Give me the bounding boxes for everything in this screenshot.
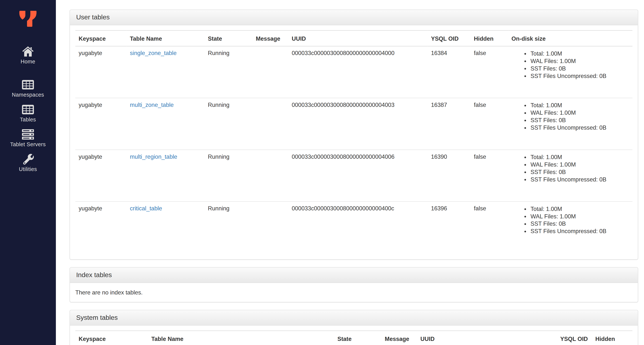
message-cell (252, 150, 288, 202)
hidden-cell: false (470, 150, 508, 202)
table-name-link[interactable]: single_zone_table (130, 50, 177, 57)
uuid-cell: 000033c0000030008000000000004006 (288, 150, 428, 202)
column-header-keyspace: Keyspace (75, 331, 148, 345)
table-row: yugabyte single_zone_table Running 00003… (75, 46, 632, 98)
hidden-cell: false (470, 46, 508, 98)
sidebar: Home Namespaces (0, 0, 56, 345)
message-cell (252, 202, 288, 253)
user-tables-table: Keyspace Table Name State Message UUID Y… (75, 30, 632, 253)
disk-size-cell: Total: 1.00M WAL Files: 1.00M SST Files:… (508, 98, 632, 150)
column-header-table-name: Table Name (126, 31, 204, 46)
table-name-link[interactable]: multi_zone_table (130, 102, 174, 108)
sidebar-item-tables[interactable]: Tables (0, 104, 56, 123)
disk-size-list: Total: 1.00M WAL Files: 1.00M SST Files:… (512, 205, 629, 235)
tablet-servers-icon (22, 129, 34, 140)
yugabyte-logo-icon (19, 11, 37, 27)
ysql-oid-cell: 16390 (428, 150, 470, 202)
state-cell: Running (204, 98, 252, 150)
disk-size-item: Total: 1.00M (530, 205, 629, 212)
column-header-keyspace: Keyspace (75, 31, 126, 46)
uuid-cell: 000033c0000030008000000000004000 (288, 46, 428, 98)
column-header-hidden: Hidden (470, 31, 508, 46)
column-header-message: Message (382, 331, 417, 345)
message-cell (252, 46, 288, 98)
disk-size-item: SST Files Uncompressed: 0B (530, 72, 629, 80)
home-icon (22, 46, 34, 57)
user-tables-panel-body: Keyspace Table Name State Message UUID Y… (70, 25, 638, 259)
table-name-link[interactable]: critical_table (130, 205, 162, 212)
sidebar-item-tablet-servers[interactable]: Tablet Servers (0, 129, 56, 148)
column-header-hidden: Hidden (592, 331, 632, 345)
keyspace-cell: yugabyte (75, 202, 126, 253)
ysql-oid-cell: 16396 (428, 202, 470, 253)
disk-size-cell: Total: 1.00M WAL Files: 1.00M SST Files:… (508, 46, 632, 98)
column-header-on-disk-size: On-disk size (508, 31, 632, 46)
sidebar-item-label: Home (20, 58, 35, 65)
message-cell (252, 98, 288, 150)
index-tables-panel-title: Index tables (70, 268, 638, 283)
disk-size-item: Total: 1.00M (530, 153, 629, 161)
namespaces-icon (22, 79, 34, 90)
utilities-icon (22, 154, 34, 165)
sidebar-item-home[interactable]: Home (0, 46, 56, 65)
ysql-oid-cell: 16387 (428, 98, 470, 150)
disk-size-list: Total: 1.00M WAL Files: 1.00M SST Files:… (512, 50, 629, 80)
user-tables-panel: User tables Keyspace Table Name State Me… (70, 10, 638, 260)
keyspace-cell: yugabyte (75, 98, 126, 150)
state-cell: Running (204, 150, 252, 202)
system-tables-panel-body: Keyspace Table Name State Message UUID Y… (70, 325, 638, 345)
disk-size-item: Total: 1.00M (530, 102, 629, 109)
sidebar-item-label: Utilities (19, 166, 37, 172)
hidden-cell: false (470, 98, 508, 150)
user-tables-header-row: Keyspace Table Name State Message UUID Y… (75, 31, 632, 46)
system-tables-panel-title: System tables (70, 310, 638, 325)
ysql-oid-cell: 16384 (428, 46, 470, 98)
disk-size-item: Total: 1.00M (530, 50, 629, 57)
user-tables-panel-title: User tables (70, 10, 638, 25)
sidebar-item-utilities[interactable]: Utilities (0, 154, 56, 172)
sidebar-item-label: Tablet Servers (10, 141, 46, 147)
tables-icon (22, 104, 34, 115)
column-header-ysql-oid: YSQL OID (557, 331, 592, 345)
column-header-ysql-oid: YSQL OID (428, 31, 470, 46)
sidebar-nav: Home Namespaces (0, 46, 56, 172)
uuid-cell: 000033c0000030008000000000004003 (288, 98, 428, 150)
disk-size-item: WAL Files: 1.00M (530, 161, 629, 168)
system-tables-panel: System tables Keyspace Table Name State … (70, 310, 638, 345)
disk-size-item: WAL Files: 1.00M (530, 57, 629, 65)
system-tables-header-row: Keyspace Table Name State Message UUID Y… (75, 331, 632, 345)
disk-size-list: Total: 1.00M WAL Files: 1.00M SST Files:… (512, 102, 629, 131)
disk-size-list: Total: 1.00M WAL Files: 1.00M SST Files:… (512, 153, 629, 183)
disk-size-item: SST Files Uncompressed: 0B (530, 124, 629, 131)
column-header-uuid: UUID (417, 331, 557, 345)
disk-size-item: SST Files Uncompressed: 0B (530, 227, 629, 235)
hidden-cell: false (470, 202, 508, 253)
keyspace-cell: yugabyte (75, 150, 126, 202)
disk-size-cell: Total: 1.00M WAL Files: 1.00M SST Files:… (508, 150, 632, 202)
yugabyte-logo[interactable] (0, 0, 56, 27)
disk-size-item: SST Files Uncompressed: 0B (530, 176, 629, 183)
table-name-link[interactable]: multi_region_table (130, 153, 177, 160)
page: Home Namespaces (0, 0, 644, 345)
column-header-message: Message (252, 31, 288, 46)
index-tables-panel: Index tables There are no index tables. (70, 267, 638, 302)
table-row: yugabyte multi_zone_table Running 000033… (75, 98, 632, 150)
state-cell: Running (204, 46, 252, 98)
column-header-state: State (334, 331, 382, 345)
table-row: yugabyte critical_table Running 000033c0… (75, 202, 632, 253)
column-header-uuid: UUID (288, 31, 428, 46)
sidebar-item-label: Tables (20, 116, 36, 123)
index-tables-empty-message: There are no index tables. (70, 283, 638, 302)
keyspace-cell: yugabyte (75, 46, 126, 98)
disk-size-cell: Total: 1.00M WAL Files: 1.00M SST Files:… (508, 202, 632, 253)
column-header-state: State (204, 31, 252, 46)
disk-size-item: WAL Files: 1.00M (530, 109, 629, 116)
sidebar-item-label: Namespaces (12, 92, 44, 98)
disk-size-item: SST Files: 0B (530, 168, 629, 176)
disk-size-item: WAL Files: 1.00M (530, 212, 629, 220)
sidebar-item-namespaces[interactable]: Namespaces (0, 79, 56, 98)
table-row: yugabyte multi_region_table Running 0000… (75, 150, 632, 202)
disk-size-item: SST Files: 0B (530, 220, 629, 227)
system-tables-table: Keyspace Table Name State Message UUID Y… (75, 330, 632, 345)
column-header-table-name: Table Name (148, 331, 334, 345)
